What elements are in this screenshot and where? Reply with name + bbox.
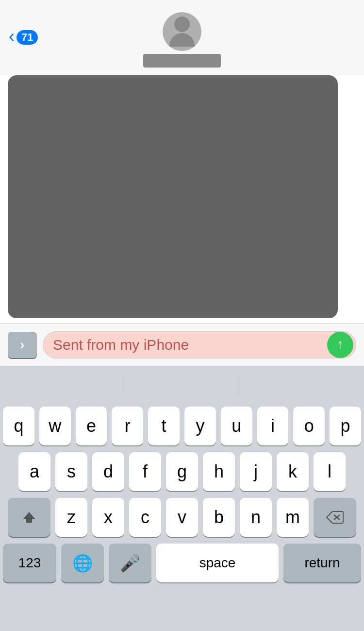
avatar <box>163 12 201 51</box>
send-icon: ↑ <box>337 337 344 352</box>
key-m[interactable]: m <box>277 498 309 537</box>
key-u[interactable]: u <box>221 407 252 445</box>
numbers-key[interactable]: 123 <box>3 544 56 582</box>
globe-key[interactable]: 🌐 <box>61 544 104 582</box>
key-w[interactable]: w <box>39 407 71 445</box>
key-p[interactable]: p <box>330 407 361 445</box>
key-n[interactable]: n <box>240 498 272 537</box>
message-input[interactable] <box>43 331 356 358</box>
keyboard-row-4: 123 🌐 🎤 space return <box>3 544 361 582</box>
key-l[interactable]: l <box>314 452 346 491</box>
key-k[interactable]: k <box>277 452 309 491</box>
space-key[interactable]: space <box>156 544 279 582</box>
key-d[interactable]: d <box>92 452 124 491</box>
back-badge: 71 <box>17 30 38 45</box>
key-g[interactable]: g <box>166 452 198 491</box>
message-area <box>0 75 364 323</box>
svg-marker-0 <box>23 512 35 523</box>
avatar-head <box>174 17 190 32</box>
key-x[interactable]: x <box>92 498 124 537</box>
microphone-key[interactable]: 🎤 <box>109 544 151 582</box>
expand-icon: › <box>20 337 24 353</box>
key-h[interactable]: h <box>203 452 235 491</box>
suggestion-divider-1 <box>124 377 124 395</box>
back-chevron-icon: ‹ <box>9 28 15 45</box>
expand-button[interactable]: › <box>8 332 37 358</box>
shift-key[interactable] <box>8 498 50 537</box>
key-f[interactable]: f <box>129 452 161 491</box>
return-key[interactable]: return <box>283 544 361 582</box>
suggestion-divider-2 <box>240 377 240 395</box>
key-t[interactable]: t <box>148 407 180 445</box>
contact-name <box>143 54 221 68</box>
input-bar: › ↑ <box>0 323 364 366</box>
key-o[interactable]: o <box>293 407 325 445</box>
send-button[interactable]: ↑ <box>327 332 353 358</box>
delete-key[interactable] <box>314 498 356 537</box>
shift-icon <box>22 510 36 525</box>
avatar-body <box>169 33 195 47</box>
keyboard-row-3: z x c v b n m <box>3 498 361 537</box>
back-button[interactable]: ‹ 71 <box>9 30 38 45</box>
key-s[interactable]: s <box>55 452 87 491</box>
key-e[interactable]: e <box>76 407 107 445</box>
media-bubble <box>8 75 338 318</box>
key-z[interactable]: z <box>55 498 87 537</box>
keyboard: q w e r t y u i o p a s d f g h j k l z … <box>0 366 364 631</box>
delete-icon <box>326 511 344 524</box>
avatar-person-icon <box>169 17 195 47</box>
suggestion-bar <box>3 373 361 400</box>
key-b[interactable]: b <box>203 498 235 537</box>
contact-info <box>143 12 221 68</box>
key-j[interactable]: j <box>240 452 272 491</box>
keyboard-row-1: q w e r t y u i o p <box>3 407 361 445</box>
key-c[interactable]: c <box>129 498 161 537</box>
key-a[interactable]: a <box>18 452 50 491</box>
keyboard-row-2: a s d f g h j k l <box>3 452 361 491</box>
key-q[interactable]: q <box>3 407 34 445</box>
key-i[interactable]: i <box>257 407 289 445</box>
key-r[interactable]: r <box>112 407 143 445</box>
text-input-wrapper: ↑ <box>43 331 356 358</box>
header: ‹ 71 <box>0 0 364 75</box>
key-y[interactable]: y <box>184 407 216 445</box>
key-v[interactable]: v <box>166 498 198 537</box>
